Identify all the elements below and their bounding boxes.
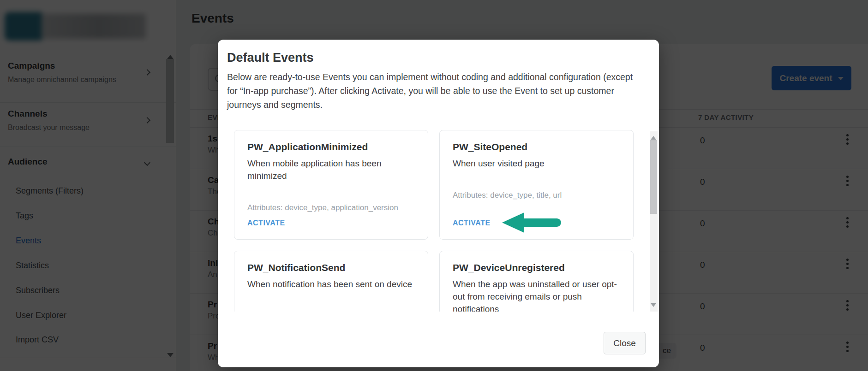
card-description: When mobile application has been minimiz… [247,157,415,182]
modal-scrollbar-thumb[interactable] [650,140,657,214]
activate-link[interactable]: ACTIVATE [453,219,491,227]
event-card-application-minimized: PW_ApplicationMinimized When mobile appl… [234,130,428,240]
default-events-modal: Default Events Below are ready-to-use Ev… [218,40,659,367]
card-description: When user visited page [453,157,620,170]
cards-scroll-area: PW_ApplicationMinimized When mobile appl… [234,130,634,312]
close-button[interactable]: Close [604,332,646,354]
scroll-down-arrow-icon[interactable] [651,303,656,310]
card-title: PW_NotificationSend [247,262,415,273]
modal-title: Default Events [227,51,314,65]
green-arrow-left-icon [501,211,564,234]
card-title: PW_SiteOpened [453,141,620,153]
card-title: PW_ApplicationMinimized [247,141,415,153]
card-description: When the app was uninstalled or user opt… [453,278,620,312]
card-attributes: Attributes: device_type, application_ver… [247,203,415,212]
app-root: Events Create event EVI 7 DAY ACTIVITY 1… [0,0,868,371]
modal-description: Below are ready-to-use Events you can im… [227,70,645,112]
event-card-device-unregistered: PW_DeviceUnregistered When the app was u… [439,251,634,312]
modal-scrollbar[interactable] [650,131,658,312]
activate-link[interactable]: ACTIVATE [247,219,285,227]
scroll-up-arrow-icon[interactable] [651,133,656,140]
event-card-notification-send: PW_NotificationSend When notification ha… [234,251,428,312]
card-attributes: Attributes: device_type, title, url [453,191,620,200]
card-description: When notification has been sent on devic… [247,278,415,290]
card-title: PW_DeviceUnregistered [453,262,620,273]
